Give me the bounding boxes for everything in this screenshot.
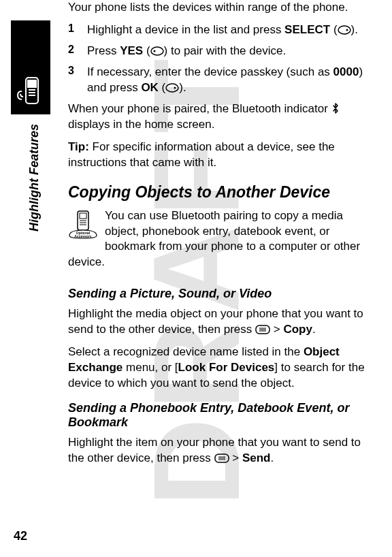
send-label: Send xyxy=(242,451,271,464)
svg-rect-12 xyxy=(80,213,86,219)
text-fragment: When your phone is paired, the Bluetooth… xyxy=(68,102,331,115)
softkey-right-icon xyxy=(165,80,179,96)
softkey-left-icon xyxy=(150,44,164,59)
copy-label: Copy xyxy=(283,323,312,336)
softkey-right-icon xyxy=(338,22,351,38)
ok-label: OK xyxy=(141,81,159,94)
intro-text: Your phone lists the devices within rang… xyxy=(68,0,372,16)
tip-text: Tip: For specific information about a de… xyxy=(68,140,372,171)
svg-rect-1 xyxy=(28,80,36,87)
step-num: 2 xyxy=(68,44,87,59)
text-fragment: Highlight a device in the list and press xyxy=(87,23,284,36)
text-fragment: ). xyxy=(179,81,186,94)
text-fragment: displays in the home screen. xyxy=(68,118,214,131)
text-fragment: ). xyxy=(351,23,358,36)
text-fragment: Press xyxy=(87,44,120,57)
look-for-devices-label: Look For Devices xyxy=(178,361,275,374)
text-fragment: ( xyxy=(330,23,337,36)
bluetooth-icon xyxy=(331,102,340,115)
text-fragment: menu, or [ xyxy=(122,361,178,374)
step-num: 3 xyxy=(68,65,87,96)
page-number: 42 xyxy=(14,529,27,543)
heading-sending-media: Sending a Picture, Sound, or Video xyxy=(68,287,372,301)
text-fragment: If necessary, enter the device passkey (… xyxy=(87,65,333,78)
text-fragment: . xyxy=(270,451,274,464)
sidebar-black-box xyxy=(11,20,50,114)
svg-point-8 xyxy=(153,50,155,52)
yes-label: YES xyxy=(120,44,143,57)
text-fragment: ( xyxy=(143,44,150,57)
menu-key-icon xyxy=(214,451,229,464)
select-device-text: Select a recognized device name listed i… xyxy=(68,345,372,392)
text-fragment: > xyxy=(229,451,242,464)
step-num: 1 xyxy=(68,22,87,38)
text-fragment: For specific information about a device,… xyxy=(68,140,335,169)
heading-sending-phonebook: Sending a Phonebook Entry, Datebook Even… xyxy=(68,401,372,430)
text-fragment: ) to pair with the device. xyxy=(164,44,287,57)
phone-device-icon xyxy=(15,75,46,109)
paired-text: When your phone is paired, the Bluetooth… xyxy=(68,101,372,133)
tip-label: Tip: xyxy=(68,140,89,153)
send-phonebook-text: Highlight the item on your phone that yo… xyxy=(68,435,372,466)
send-media-text: Highlight the media object on your phone… xyxy=(68,306,372,338)
heading-copying: Copying Objects to Another Device xyxy=(68,183,372,202)
text-fragment: > xyxy=(270,323,283,336)
menu-key-icon xyxy=(255,323,270,336)
step-text: If necessary, enter the device passkey (… xyxy=(87,65,372,96)
copy-paragraph: You can use Bluetooth pairing to copy a … xyxy=(68,208,372,271)
svg-point-6 xyxy=(346,29,348,31)
svg-text:Accessory: Accessory xyxy=(74,234,92,238)
step-text: Highlight a device in the list and press… xyxy=(87,22,372,38)
text-fragment: ( xyxy=(159,81,165,94)
optional-accessory-icon: Optional Accessory xyxy=(68,210,98,242)
accessory-paragraph: Optional Accessory You can use Bluetooth… xyxy=(68,208,372,278)
text-fragment: Select a recognized device name listed i… xyxy=(68,345,304,358)
page-content: Your phone lists the devices within rang… xyxy=(0,0,392,466)
svg-point-5 xyxy=(338,26,350,34)
text-fragment: Highlight the media object on your phone… xyxy=(68,307,363,336)
svg-point-9 xyxy=(166,84,178,92)
step-text: Press YES () to pair with the device. xyxy=(87,44,372,59)
select-label: SELECT xyxy=(284,23,330,36)
svg-point-10 xyxy=(174,86,176,89)
passkey-0000: 0000 xyxy=(333,65,359,78)
step-2: 2 Press YES () to pair with the device. xyxy=(68,44,372,59)
text-fragment: . xyxy=(312,323,316,336)
svg-point-7 xyxy=(151,47,163,55)
step-1: 1 Highlight a device in the list and pre… xyxy=(68,22,372,38)
step-3: 3 If necessary, enter the device passkey… xyxy=(68,65,372,96)
side-section-label: Highlight Features xyxy=(27,124,42,232)
